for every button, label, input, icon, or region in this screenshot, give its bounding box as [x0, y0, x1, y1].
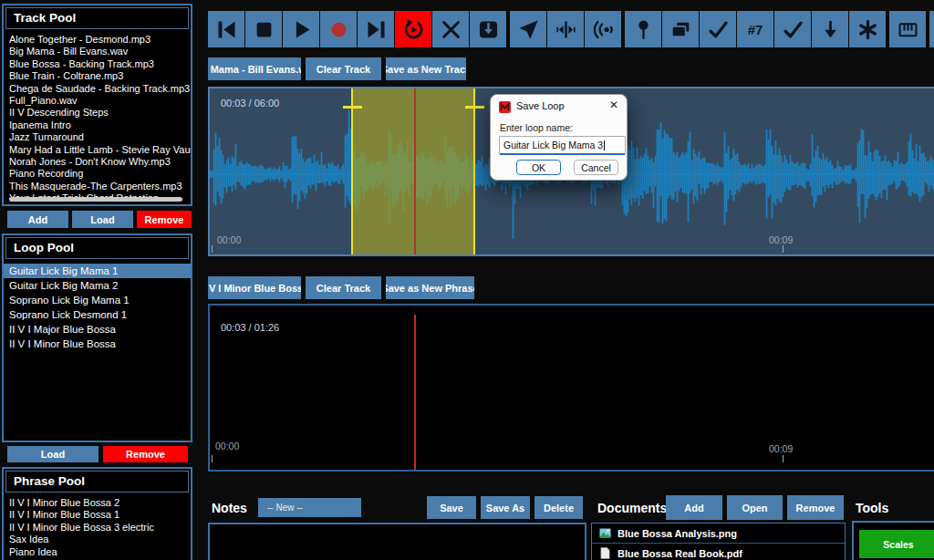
phrase-pool-item[interactable]: II V I Minor Blue Bossa 2	[4, 497, 191, 509]
asterisk-icon	[856, 17, 880, 42]
cursor-icon	[516, 17, 541, 42]
phrase-pool-list: II V I Minor Blue Bossa 2II V I Minor Bl…	[4, 494, 191, 558]
cropped-button[interactable]	[929, 11, 934, 47]
track-pool-list: Alone Together - Desmond.mp3Big Mama - B…	[4, 31, 191, 204]
asterisk-button[interactable]	[849, 11, 886, 47]
notes-delete-button[interactable]: Delete	[534, 496, 583, 519]
track-pool-item[interactable]: Blue Bossa - Backing Track.mp3	[4, 58, 191, 70]
phrase-pool-item[interactable]: Piano Idea	[4, 546, 191, 558]
broadcast-icon	[591, 17, 616, 42]
skip-start-button[interactable]	[208, 11, 244, 47]
track-pool-item[interactable]: This Masquerade-The Carpenters.mp3	[4, 181, 191, 192]
loop-name-label: Enter loop name:	[500, 122, 573, 133]
track-pool-item[interactable]: Ipanema Intro	[4, 119, 191, 131]
loop-end-handle[interactable]	[465, 106, 484, 109]
loop-button[interactable]	[395, 11, 431, 47]
close-icon	[439, 17, 463, 42]
phrase-pool-item[interactable]: II V I Minor Blue Bossa 3 electric	[4, 522, 191, 534]
tools-heading: Tools	[856, 501, 888, 515]
track-pool-item[interactable]: Norah Jones - Don't Know Why.mp3	[4, 156, 191, 168]
app-icon	[499, 101, 511, 113]
loop-pool-list: Guitar Lick Big Mama 1Guitar Lick Big Ma…	[4, 261, 191, 351]
broadcast-button[interactable]	[585, 11, 621, 47]
loop-pool-item[interactable]: Soprano Lick Desmond 1	[4, 307, 191, 322]
dialog-close-button[interactable]: ✕	[609, 99, 618, 111]
phrase-pool-item[interactable]: II V I Minor Blue Bossa 1	[4, 509, 191, 521]
track-pool-item[interactable]: Blue Train - Coltrane.mp3	[4, 70, 191, 82]
track-pool-item[interactable]: Piano Recording	[4, 168, 191, 180]
loop-pool-item[interactable]: Guitar Lick Big Mama 2	[4, 278, 191, 293]
track-pool-item[interactable]: Full_Piano.wav	[4, 95, 191, 107]
phrase-waveform-panel[interactable]: 00:03 / 01:26 00:00 00:09	[208, 304, 934, 472]
save-as-new-phrase-button[interactable]: Save as New Phrase	[386, 276, 474, 299]
documents-remove-button[interactable]: Remove	[787, 495, 844, 520]
track-pool-item[interactable]: Alone Together - Desmond.mp3	[4, 34, 191, 46]
check-button[interactable]	[700, 11, 736, 47]
phrase-pool-panel: Phrase Pool II V I Minor Blue Bossa 2II …	[2, 467, 192, 560]
phrase-pool-item[interactable]: Sax Idea	[4, 534, 191, 545]
cancel-button[interactable]: Cancel	[574, 160, 618, 175]
track-pool-item[interactable]: II V Descending Steps	[4, 107, 191, 119]
toolbar-group	[510, 11, 621, 47]
cursor-button[interactable]	[510, 11, 546, 47]
track-remove-button[interactable]: Remove	[137, 211, 192, 228]
arrow-down-icon	[818, 17, 843, 42]
pin-button[interactable]	[625, 11, 661, 47]
check-button[interactable]	[774, 11, 811, 47]
import-button[interactable]	[470, 11, 506, 47]
sharp7-button[interactable]: #7	[737, 11, 773, 47]
loop-name-input[interactable]: Guitar Lick Big Mama 3	[499, 136, 626, 155]
arrow-down-button[interactable]	[812, 11, 848, 47]
layers-button[interactable]	[662, 11, 699, 47]
loop-load-button[interactable]: Load	[7, 446, 99, 462]
track-pool-item[interactable]: Jazz Turnaround	[4, 131, 191, 143]
clear-track-button[interactable]: Clear Track	[306, 57, 381, 80]
loop-pool-item[interactable]: II V I Minor Blue Bossa	[4, 337, 191, 351]
loop-pool-item[interactable]: Guitar Lick Big Mama 1	[4, 264, 191, 278]
document-item[interactable]: Blue Bossa Analysis.png	[592, 524, 845, 544]
skip-end-button[interactable]	[358, 11, 394, 47]
notes-textarea[interactable]	[208, 523, 586, 560]
record-icon	[327, 17, 351, 42]
documents-list: Blue Bossa Analysis.pngBlue Bossa Real B…	[591, 523, 846, 560]
skip-start-icon	[214, 17, 239, 42]
transport-toolbar: #7	[208, 11, 934, 47]
loop-icon	[401, 17, 426, 42]
loop-start-handle[interactable]	[343, 106, 362, 109]
fader-button[interactable]	[547, 11, 584, 47]
loop-pool-item[interactable]: II V I Major Blue Bossa	[4, 322, 191, 337]
track-pool-item[interactable]: Mary Had a Little Lamb - Stevie Ray Vaug…	[4, 144, 191, 156]
skip-end-icon	[364, 17, 389, 42]
loaded-phrase-button[interactable]: II V I Minor Blue Bossa	[208, 276, 301, 299]
notes-select[interactable]: -- New --	[258, 498, 361, 517]
loop-pool-panel: Loop Pool Guitar Lick Big Mama 1Guitar L…	[2, 233, 192, 442]
loop-remove-button[interactable]: Remove	[103, 446, 188, 462]
close-button[interactable]	[432, 11, 469, 47]
documents-add-button[interactable]: Add	[666, 495, 722, 520]
record-button[interactable]	[320, 11, 357, 47]
documents-heading: Documents	[597, 501, 667, 515]
loop-selection-region[interactable]	[351, 88, 475, 254]
clear-phrase-track-button[interactable]: Clear Track	[306, 276, 381, 299]
notes-save-as-button[interactable]: Save As	[481, 496, 530, 519]
stop-button[interactable]	[245, 11, 282, 47]
notes-save-button[interactable]: Save	[427, 496, 476, 519]
phrase-marker-time-label: 00:09	[769, 443, 793, 454]
play-button[interactable]	[283, 11, 319, 47]
loop-pool-title: Loop Pool	[5, 237, 189, 259]
ok-button[interactable]: OK	[516, 160, 561, 175]
documents-open-button[interactable]: Open	[727, 495, 783, 520]
phrase-time-display: 00:03 / 01:26	[221, 322, 279, 333]
document-item[interactable]: Blue Bossa Real Book.pdf	[592, 544, 845, 560]
save-as-new-track-button[interactable]: Save as New Track	[386, 57, 466, 80]
track-add-button[interactable]: Add	[7, 211, 68, 228]
import-icon	[476, 17, 501, 42]
piano-button[interactable]	[889, 11, 926, 47]
track-pool-item[interactable]: Big Mama - Bill Evans.wav	[4, 46, 191, 57]
loaded-track-button[interactable]: Big Mama - Bill Evans.wav	[208, 57, 301, 80]
track-load-button[interactable]: Load	[72, 211, 133, 228]
track-pool-hscrollbar[interactable]	[9, 197, 182, 202]
scales-button[interactable]: Scales	[859, 530, 934, 558]
loop-pool-item[interactable]: Soprano Lick Big Mama 1	[4, 293, 191, 307]
track-pool-item[interactable]: Chega de Saudade - Backing Track.mp3	[4, 83, 191, 95]
